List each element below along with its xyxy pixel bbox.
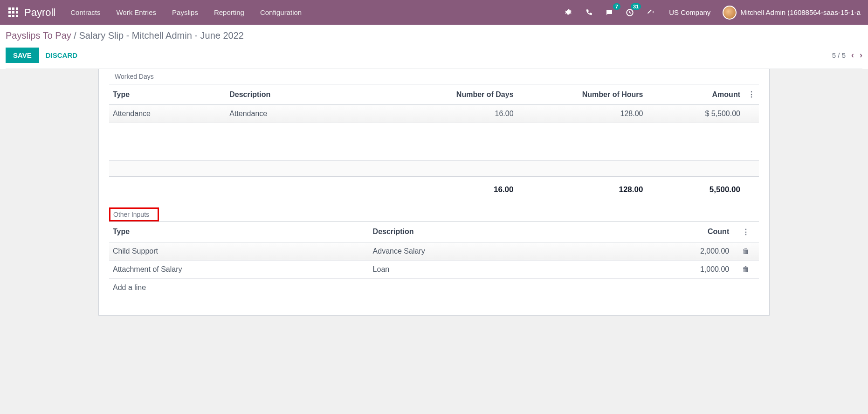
wd-empty: [109, 123, 759, 160]
wd-desc[interactable]: Attendance: [226, 105, 400, 123]
add-line-row: Add a line: [109, 278, 759, 297]
oi-col-options[interactable]: ⋮: [733, 222, 759, 242]
nav-configuration[interactable]: Configuration: [254, 5, 308, 20]
breadcrumb-parent[interactable]: Payslips To Pay: [6, 30, 71, 41]
breadcrumb-separator: /: [71, 30, 79, 41]
content: Worked Days Type Description Number of D…: [0, 69, 868, 334]
company-selector[interactable]: US Company: [669, 8, 710, 16]
oi-type[interactable]: Attachment of Salary: [109, 260, 369, 278]
pager-text[interactable]: 5 / 5: [832, 51, 846, 59]
other-inputs-row[interactable]: Attachment of Salary Loan 1,000.00 🗑: [109, 260, 759, 278]
oi-type[interactable]: Child Support: [109, 242, 369, 260]
delete-row-icon[interactable]: 🗑: [742, 265, 750, 273]
wd-type[interactable]: Attendance: [109, 105, 226, 123]
app-brand[interactable]: Payroll: [24, 7, 55, 19]
wd-col-type: Type: [109, 84, 226, 105]
oi-desc[interactable]: Advance Salary: [369, 242, 642, 260]
messages-icon[interactable]: 7: [603, 6, 616, 19]
wd-total-hours: 128.00: [517, 176, 647, 199]
apps-menu-button[interactable]: [4, 3, 22, 22]
wd-col-days: Number of Days: [400, 84, 517, 105]
wd-hours[interactable]: 128.00: [517, 105, 647, 123]
add-line-button[interactable]: Add a line: [113, 283, 146, 291]
wd-amount[interactable]: $ 5,500.00: [647, 105, 744, 123]
nav-payslips[interactable]: Payslips: [165, 5, 205, 20]
form-sheet: Worked Days Type Description Number of D…: [98, 69, 770, 316]
phone-icon[interactable]: [582, 6, 595, 19]
wd-total-amount: 5,500.00: [647, 176, 744, 199]
apps-icon: [8, 7, 18, 17]
worked-days-table: Type Description Number of Days Number o…: [109, 84, 759, 199]
nav-reporting[interactable]: Reporting: [207, 5, 251, 20]
user-name: Mitchell Admin (16088564-saas-15-1-a: [740, 8, 861, 16]
systray: 7 31 US Company Mitchell Admin (16088564…: [562, 6, 864, 20]
user-menu[interactable]: Mitchell Admin (16088564-saas-15-1-a: [723, 6, 861, 20]
tools-icon[interactable]: [644, 6, 657, 19]
nav-contracts[interactable]: Contracts: [64, 5, 107, 20]
pager-next[interactable]: ›: [860, 50, 862, 60]
wd-total-days: 16.00: [400, 176, 517, 199]
activities-icon[interactable]: 31: [623, 6, 636, 19]
oi-desc[interactable]: Loan: [369, 260, 642, 278]
pager-prev[interactable]: ‹: [851, 50, 854, 60]
other-inputs-highlight: Other Inputs: [109, 207, 159, 221]
action-row: SAVE DISCARD 5 / 5 ‹ ›: [6, 48, 862, 69]
wd-col-desc: Description: [226, 84, 400, 105]
messages-badge: 7: [613, 3, 620, 10]
nav-work-entries[interactable]: Work Entries: [110, 5, 163, 20]
save-button[interactable]: SAVE: [6, 48, 39, 63]
worked-days-totals: 16.00 128.00 5,500.00: [109, 176, 759, 199]
debug-icon[interactable]: [562, 6, 575, 19]
oi-col-count: Count: [642, 222, 733, 242]
wd-col-options[interactable]: ⋮: [744, 84, 759, 105]
oi-count[interactable]: 2,000.00: [642, 242, 733, 260]
user-avatar: [723, 6, 737, 20]
wd-col-amount: Amount: [647, 84, 744, 105]
control-panel: Payslips To Pay / Salary Slip - Mitchell…: [0, 25, 868, 69]
pager: 5 / 5 ‹ ›: [832, 50, 862, 60]
discard-button[interactable]: DISCARD: [46, 51, 77, 59]
other-inputs-row[interactable]: Child Support Advance Salary 2,000.00 🗑: [109, 242, 759, 260]
nav-items: Contracts Work Entries Payslips Reportin…: [64, 5, 308, 20]
other-inputs-title: Other Inputs: [113, 211, 149, 218]
wd-col-hours: Number of Hours: [517, 84, 647, 105]
breadcrumb-current: Salary Slip - Mitchell Admin - June 2022: [79, 30, 244, 41]
topbar: Payroll Contracts Work Entries Payslips …: [0, 0, 868, 25]
worked-days-row[interactable]: Attendance Attendance 16.00 128.00 $ 5,5…: [109, 105, 759, 123]
other-inputs-table: Type Description Count ⋮ Child Support A…: [109, 222, 759, 297]
breadcrumb: Payslips To Pay / Salary Slip - Mitchell…: [6, 30, 862, 41]
oi-col-type: Type: [109, 222, 369, 242]
worked-days-title: Worked Days: [109, 69, 759, 84]
activities-badge: 31: [631, 3, 641, 10]
wd-days[interactable]: 16.00: [400, 105, 517, 123]
wd-spacer: [109, 160, 759, 176]
oi-col-desc: Description: [369, 222, 642, 242]
delete-row-icon[interactable]: 🗑: [742, 247, 750, 255]
oi-count[interactable]: 1,000.00: [642, 260, 733, 278]
